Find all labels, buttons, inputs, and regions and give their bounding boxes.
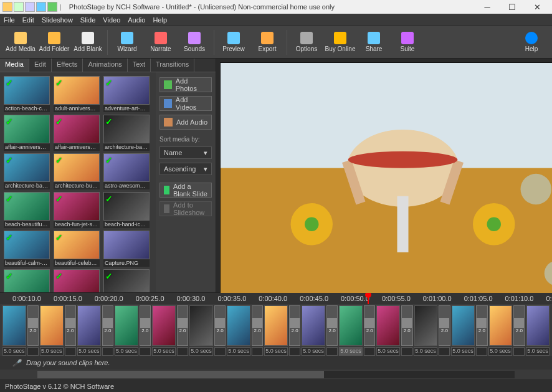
buy-online-button[interactable]: Buy Online — [323, 27, 357, 57]
timeline-clip[interactable] — [77, 305, 101, 347]
qa-icon-2[interactable] — [14, 2, 24, 12]
transition[interactable]: 2.0 — [65, 305, 77, 347]
media-thumb[interactable]: ✓beach-beautiful-bi... — [4, 192, 50, 228]
qa-icon-4[interactable] — [36, 2, 46, 12]
transition[interactable]: 2.0 — [214, 305, 226, 347]
add-blank-slide-button[interactable]: Add a Blank Slide — [159, 183, 212, 198]
minimize-button[interactable]: ─ — [475, 1, 500, 13]
tab-edit[interactable]: Edit — [29, 59, 52, 72]
scrollbar-thumb[interactable] — [37, 371, 324, 378]
transition[interactable]: 2.0 — [102, 305, 114, 347]
tab-media[interactable]: Media — [0, 59, 29, 72]
maximize-button[interactable]: ☐ — [500, 1, 525, 13]
help-button[interactable]: Help — [515, 27, 548, 57]
media-thumb[interactable]: ✓architecture-buildi... — [54, 153, 100, 189]
qa-icon-1[interactable] — [2, 2, 12, 12]
timeline-clip[interactable] — [339, 305, 363, 347]
timeline-scrollbar[interactable] — [37, 371, 515, 378]
menu-video[interactable]: Video — [103, 16, 120, 24]
media-thumb[interactable]: ✓beach-hand-ice-cr... — [103, 192, 150, 228]
menu-edit[interactable]: Edit — [22, 16, 34, 24]
tab-text[interactable]: Text — [128, 59, 151, 72]
clip-duration[interactable]: 5.0 secs — [227, 347, 250, 356]
sort-field-select[interactable]: Name▾ — [159, 146, 212, 159]
timeline-clip[interactable] — [302, 305, 325, 347]
add-videos-button[interactable]: Add Videos — [159, 96, 212, 111]
audio-track[interactable]: 🎤 Drag your sound clips here. — [0, 356, 552, 370]
timeline-clip[interactable] — [526, 305, 550, 347]
narrate-button[interactable]: Narrate — [144, 27, 178, 57]
add-folder-button[interactable]: Add Folder — [37, 27, 71, 57]
transition[interactable]: 2.0 — [476, 305, 488, 347]
menu-audio[interactable]: Audio — [128, 16, 145, 24]
clip-duration[interactable]: 5.0 secs — [339, 347, 363, 356]
timeline-clip[interactable] — [115, 305, 138, 347]
transition[interactable]: 2.0 — [252, 305, 264, 347]
timeline-clip[interactable] — [2, 305, 26, 347]
clip-duration[interactable]: 5.0 secs — [488, 347, 512, 356]
menu-file[interactable]: File — [4, 16, 15, 24]
transition[interactable]: 2.0 — [401, 305, 413, 347]
transition[interactable]: 2.0 — [140, 305, 151, 347]
media-thumb[interactable]: ✓astro-awesome-bl... — [103, 153, 150, 189]
clip-duration[interactable]: 5.0 secs — [189, 347, 213, 356]
wizard-button[interactable]: Wizard — [110, 27, 144, 57]
clip-duration[interactable]: 5.0 secs — [414, 347, 437, 356]
clip-duration[interactable]: 5.0 secs — [451, 347, 475, 356]
add-blank-button[interactable]: Add Blank — [71, 27, 105, 57]
timeline-clip[interactable] — [264, 305, 288, 347]
timeline-clip[interactable] — [489, 305, 513, 347]
export-button[interactable]: Export — [250, 27, 284, 57]
clip-duration[interactable]: 5.0 secs — [77, 347, 101, 356]
tab-animations[interactable]: Animations — [83, 59, 127, 72]
suite-button[interactable]: Suite — [391, 27, 424, 57]
timeline-clip[interactable] — [189, 305, 213, 347]
sort-order-select[interactable]: Ascending▾ — [159, 163, 212, 175]
qa-icon-5[interactable] — [47, 2, 57, 12]
qa-icon-3[interactable] — [25, 2, 35, 12]
timeline-clip[interactable] — [227, 305, 250, 347]
transition[interactable]: 2.0 — [364, 305, 376, 347]
clip-duration[interactable]: 5.0 secs — [40, 347, 64, 356]
add-to-slideshow-button[interactable]: Add to Slideshow — [159, 201, 212, 216]
clip-duration[interactable]: 5.0 secs — [115, 347, 138, 356]
timeline-clip[interactable] — [152, 305, 176, 347]
add-photos-button[interactable]: Add Photos — [159, 77, 212, 92]
timeline-clip[interactable] — [376, 305, 400, 347]
clip-duration[interactable]: 5.0 secs — [526, 347, 550, 356]
transition[interactable]: 2.0 — [326, 305, 338, 347]
transition[interactable]: 2.0 — [27, 305, 39, 347]
media-thumb[interactable]: ✓adventure-art-ball... — [103, 76, 150, 112]
tab-effects[interactable]: Effects — [52, 59, 83, 72]
clip-duration[interactable]: 5.0 secs — [264, 347, 288, 356]
media-thumb[interactable]: ✓hotel-leisure-palm-... — [103, 269, 150, 292]
media-thumb[interactable]: ✓affair-anniversary... — [4, 115, 50, 151]
transition[interactable]: 2.0 — [177, 305, 189, 347]
transition[interactable]: 2.0 — [439, 305, 450, 347]
clip-duration[interactable]: 5.0 secs — [2, 347, 26, 356]
share-button[interactable]: Share — [357, 27, 391, 57]
add-media-button[interactable]: Add Media — [4, 27, 37, 57]
menu-slide[interactable]: Slide — [80, 16, 95, 24]
clip-duration[interactable]: 5.0 secs — [302, 347, 325, 356]
media-thumb[interactable]: ✓action-beach-care... — [4, 76, 50, 112]
clip-duration[interactable]: 5.0 secs — [376, 347, 400, 356]
media-thumb[interactable]: ✓cosmos-dark-eveni... — [4, 269, 50, 292]
options-button[interactable]: Options — [290, 27, 323, 57]
media-thumb[interactable]: ✓beautiful-celebrati... — [54, 231, 100, 267]
close-button[interactable]: ✕ — [525, 1, 550, 13]
media-thumb[interactable]: ✓architecture-ballo... — [103, 115, 150, 151]
menu-help[interactable]: Help — [153, 16, 167, 24]
timeline-ruler[interactable]: 0:00:10.00:00:15.00:00:20.00:00:25.00:00… — [0, 293, 552, 304]
media-thumb[interactable]: ✓beautiful-calm-clo... — [4, 231, 50, 267]
sounds-button[interactable]: Sounds — [178, 27, 211, 57]
media-thumb[interactable]: ✓beach-fun-jet-ski-... — [54, 192, 100, 228]
preview-image[interactable] — [220, 62, 552, 302]
media-thumbnails[interactable]: ✓action-beach-care...✓adult-anniversary-… — [0, 72, 156, 292]
timeline-clip[interactable] — [40, 305, 64, 347]
timeline-clip[interactable] — [414, 305, 438, 347]
preview-button[interactable]: Preview — [217, 27, 250, 57]
timeline-clip[interactable] — [452, 305, 475, 347]
playhead[interactable] — [368, 293, 369, 304]
media-thumb[interactable]: ✓adult-anniversary-... — [54, 76, 100, 112]
